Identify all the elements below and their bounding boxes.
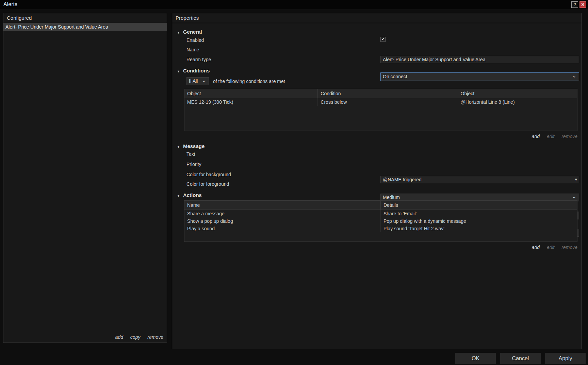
action-name-cell: Share a message bbox=[184, 210, 381, 217]
actions-section-header[interactable]: Actions bbox=[177, 192, 202, 198]
message-section-header[interactable]: Message bbox=[177, 143, 205, 149]
priority-label: Priority bbox=[186, 162, 201, 167]
general-section-title: General bbox=[183, 29, 202, 35]
action-details-cell: Share to 'Email' bbox=[381, 210, 577, 217]
color-foreground-label: Color for foreground bbox=[186, 181, 229, 187]
configured-add-link[interactable]: add bbox=[115, 334, 123, 340]
actions-col-name: Name bbox=[184, 201, 381, 210]
conditions-col-object: Object bbox=[184, 89, 318, 98]
name-field[interactable]: Alert- Price Under Major Support and Val… bbox=[380, 56, 579, 63]
collapse-triangle-icon bbox=[177, 29, 180, 35]
cancel-button[interactable]: Cancel bbox=[500, 353, 541, 364]
condition-object-cell: MES 12-19 (300 Tick) bbox=[184, 98, 318, 106]
message-text-label: Text bbox=[186, 151, 195, 157]
chevron-down-icon bbox=[202, 78, 206, 85]
actions-edit-link[interactable]: edit bbox=[547, 245, 555, 250]
action-row[interactable]: Show a pop up dialog Pop up dialog with … bbox=[184, 217, 577, 225]
rearm-type-dropdown[interactable]: On connect bbox=[380, 72, 579, 81]
name-label: Name bbox=[186, 47, 199, 52]
action-name-cell: Show a pop up dialog bbox=[184, 217, 381, 225]
condition-match-suffix: of the following conditions are met bbox=[213, 79, 285, 84]
conditions-add-link[interactable]: add bbox=[532, 134, 540, 139]
chevron-down-icon bbox=[572, 194, 576, 201]
condition-match-dropdown[interactable]: If All bbox=[186, 77, 209, 85]
properties-panel-header: Properties bbox=[172, 13, 582, 23]
priority-value: Medium bbox=[383, 195, 400, 200]
action-row[interactable]: Play a sound Play sound 'Target Hit 2.wa… bbox=[184, 225, 577, 232]
chevron-down-icon bbox=[572, 73, 576, 81]
conditions-section-title: Conditions bbox=[183, 68, 210, 73]
conditions-col-condition: Condition bbox=[318, 89, 458, 98]
actions-add-link[interactable]: add bbox=[532, 245, 540, 250]
collapse-triangle-icon bbox=[177, 143, 180, 149]
action-name-cell: Play a sound bbox=[184, 225, 381, 232]
message-text-combobox[interactable]: @NAME triggered bbox=[380, 176, 579, 183]
configured-copy-link[interactable]: copy bbox=[130, 334, 141, 340]
collapse-triangle-icon bbox=[177, 68, 180, 73]
message-section-title: Message bbox=[183, 143, 205, 149]
actions-table-header: Name Details bbox=[184, 201, 577, 210]
ok-button[interactable]: OK bbox=[455, 353, 496, 364]
rearm-type-label: Rearm type bbox=[186, 57, 211, 62]
conditions-actions: add edit remove bbox=[184, 134, 577, 139]
action-details-cell: Pop up dialog with a dynamic message bbox=[381, 217, 577, 225]
conditions-col-object2: Object bbox=[458, 89, 577, 98]
conditions-table: Object Condition Object MES 12-19 (300 T… bbox=[184, 89, 577, 131]
titlebar: Alerts ? ✕ bbox=[0, 0, 588, 9]
rearm-type-value: On connect bbox=[383, 74, 407, 79]
conditions-section-header[interactable]: Conditions bbox=[177, 67, 210, 74]
actions-col-details: Details bbox=[381, 201, 577, 210]
action-details-cell: Play sound 'Target Hit 2.wav' bbox=[381, 225, 577, 232]
enabled-checkbox[interactable]: ✔ bbox=[380, 37, 386, 42]
general-section-header[interactable]: General bbox=[177, 28, 202, 35]
help-button[interactable]: ? bbox=[571, 1, 578, 8]
window-title: Alerts bbox=[3, 1, 17, 7]
dropdown-arrow-icon bbox=[575, 176, 577, 183]
conditions-table-header: Object Condition Object bbox=[184, 89, 577, 98]
message-text-value: @NAME triggered bbox=[383, 177, 422, 182]
condition-match-value: If All bbox=[189, 78, 198, 84]
configured-list-item[interactable]: Alert- Price Under Major Support and Val… bbox=[3, 23, 167, 31]
condition-row[interactable]: MES 12-19 (300 Tick) Cross below @Horizo… bbox=[184, 98, 577, 106]
apply-button[interactable]: Apply bbox=[545, 353, 586, 364]
enabled-label: Enabled bbox=[186, 37, 204, 43]
titlebar-buttons: ? ✕ bbox=[571, 1, 586, 8]
condition-object2-cell: @Horizontal Line 8 (Line) bbox=[458, 98, 577, 106]
properties-panel: Properties General Enabled ✔ Name Alert-… bbox=[172, 13, 582, 349]
actions-table: Name Details Share a message Share to 'E… bbox=[184, 200, 577, 242]
configured-remove-link[interactable]: remove bbox=[147, 334, 163, 340]
conditions-edit-link[interactable]: edit bbox=[547, 134, 555, 139]
configured-panel: Configured Alert- Price Under Major Supp… bbox=[3, 13, 167, 343]
collapse-triangle-icon bbox=[177, 192, 180, 198]
checkmark-icon: ✔ bbox=[381, 37, 385, 42]
condition-condition-cell: Cross below bbox=[318, 98, 458, 106]
configured-actions: add copy remove bbox=[110, 334, 163, 340]
close-button[interactable]: ✕ bbox=[579, 1, 586, 8]
actions-section-title: Actions bbox=[183, 192, 202, 198]
configured-panel-header: Configured bbox=[3, 13, 167, 23]
conditions-remove-link[interactable]: remove bbox=[561, 134, 577, 139]
actions-remove-link[interactable]: remove bbox=[561, 245, 577, 250]
action-row[interactable]: Share a message Share to 'Email' bbox=[184, 210, 577, 217]
color-background-label: Color for background bbox=[186, 172, 231, 177]
alerts-dialog: Alerts ? ✕ Configured Alert- Price Under… bbox=[0, 0, 588, 365]
actions-actions: add edit remove bbox=[184, 245, 577, 250]
